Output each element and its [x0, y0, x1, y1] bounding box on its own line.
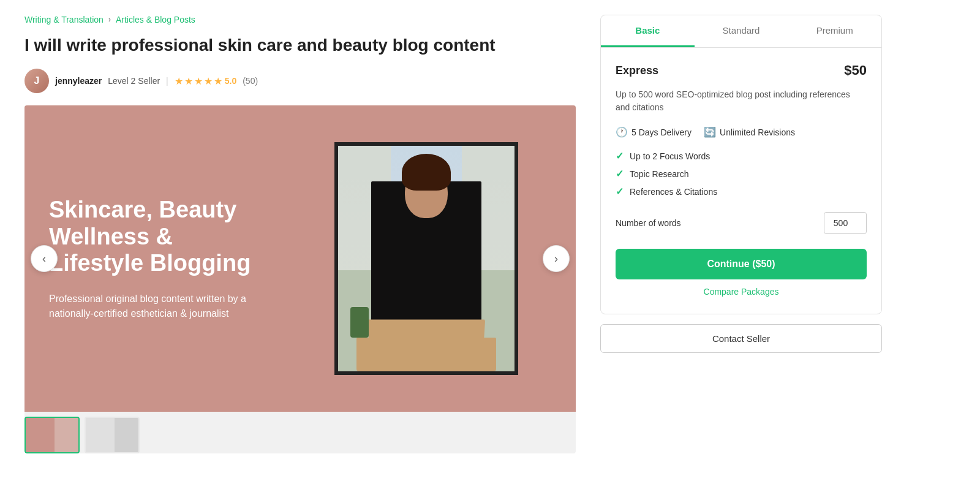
star-2: ★ — [184, 75, 193, 87]
word-count-row: Number of words — [616, 212, 867, 234]
feature-2-text: Topic Research — [630, 169, 689, 179]
rating-score: 5.0 — [225, 76, 236, 86]
check-icon-2: ✓ — [616, 168, 624, 180]
feature-1: ✓ Up to 2 Focus Words — [616, 150, 867, 162]
refresh-icon: 🔄 — [704, 126, 716, 138]
left-column: Writing & Translation › Articles & Blog … — [24, 15, 576, 453]
carousel-subtext: Professional original blog content writt… — [49, 292, 265, 321]
package-name: Express — [616, 64, 658, 77]
carousel-main-image: ‹ Skincare, Beauty Wellness & Lifestyle … — [24, 105, 576, 412]
delivery-text: 5 Days Delivery — [631, 127, 692, 137]
feature-2: ✓ Topic Research — [616, 168, 867, 180]
thumbnail-1[interactable] — [24, 417, 80, 453]
check-icon-1: ✓ — [616, 150, 624, 162]
tab-basic[interactable]: Basic — [601, 15, 695, 47]
carousel-heading: Skincare, Beauty Wellness & Lifestyle Bl… — [49, 197, 265, 277]
revisions-text: Unlimited Revisions — [720, 127, 795, 137]
avatar-initials: J — [24, 69, 49, 93]
tab-standard[interactable]: Standard — [695, 15, 788, 47]
avatar: J — [24, 69, 49, 93]
carousel-image — [289, 105, 576, 412]
word-count-label: Number of words — [616, 218, 681, 228]
divider: | — [166, 76, 168, 86]
star-3: ★ — [194, 75, 203, 87]
feature-3-text: References & Citations — [630, 187, 717, 197]
tab-premium[interactable]: Premium — [788, 15, 881, 47]
breadcrumb-writing[interactable]: Writing & Translation — [24, 15, 104, 25]
chevron-right-icon: › — [554, 252, 558, 265]
package-header: Express $50 — [616, 63, 867, 78]
star-1: ★ — [175, 75, 183, 87]
review-count: (50) — [243, 76, 258, 86]
seller-name[interactable]: jennyleazer — [55, 76, 102, 86]
revisions-meta: 🔄 Unlimited Revisions — [704, 126, 795, 138]
carousel-prev-button[interactable]: ‹ — [31, 245, 58, 272]
breadcrumb-chevron: › — [108, 15, 111, 24]
thumbnail-2-inner — [86, 418, 138, 452]
chevron-left-icon: ‹ — [42, 252, 46, 265]
feature-3: ✓ References & Citations — [616, 186, 867, 197]
check-icon-3: ✓ — [616, 186, 624, 197]
right-column: Basic Standard Premium Express $50 Up to… — [600, 15, 882, 453]
thumbnail-2[interactable] — [85, 417, 140, 453]
thumbnail-strip — [24, 417, 576, 453]
carousel-next-button[interactable]: › — [543, 245, 570, 272]
carousel: ‹ Skincare, Beauty Wellness & Lifestyle … — [24, 105, 576, 453]
seller-level: Level 2 Seller — [108, 76, 160, 86]
package-tabs: Basic Standard Premium — [601, 15, 881, 48]
seller-info: J jennyleazer Level 2 Seller | ★ ★ ★ ★ ★… — [24, 69, 576, 93]
thumbnail-1-inner — [26, 418, 78, 452]
package-price: $50 — [844, 63, 867, 78]
carousel-text: Skincare, Beauty Wellness & Lifestyle Bl… — [24, 105, 289, 412]
delivery-meta: 🕐 5 Days Delivery — [616, 126, 692, 138]
package-meta: 🕐 5 Days Delivery 🔄 Unlimited Revisions — [616, 126, 867, 138]
package-description: Up to 500 word SEO-optimized blog post i… — [616, 88, 867, 114]
photo-frame — [334, 142, 518, 375]
breadcrumb: Writing & Translation › Articles & Blog … — [24, 15, 576, 25]
package-body: Express $50 Up to 500 word SEO-optimized… — [601, 48, 881, 314]
star-rating: ★ ★ ★ ★ ★ 5.0 — [175, 75, 236, 87]
word-count-input[interactable] — [824, 212, 867, 234]
continue-button[interactable]: Continue ($50) — [616, 249, 867, 279]
package-features: ✓ Up to 2 Focus Words ✓ Topic Research ✓… — [616, 150, 867, 197]
breadcrumb-articles[interactable]: Articles & Blog Posts — [116, 15, 195, 25]
package-panel: Basic Standard Premium Express $50 Up to… — [600, 15, 882, 314]
feature-1-text: Up to 2 Focus Words — [630, 151, 710, 161]
clock-icon: 🕐 — [616, 126, 628, 138]
gig-title: I will write professional skin care and … — [24, 34, 576, 56]
carousel-content: Skincare, Beauty Wellness & Lifestyle Bl… — [24, 105, 576, 412]
star-4: ★ — [204, 75, 213, 87]
contact-seller-button[interactable]: Contact Seller — [600, 324, 882, 353]
star-5: ★ — [214, 75, 222, 87]
compare-packages-link[interactable]: Compare Packages — [616, 287, 867, 297]
